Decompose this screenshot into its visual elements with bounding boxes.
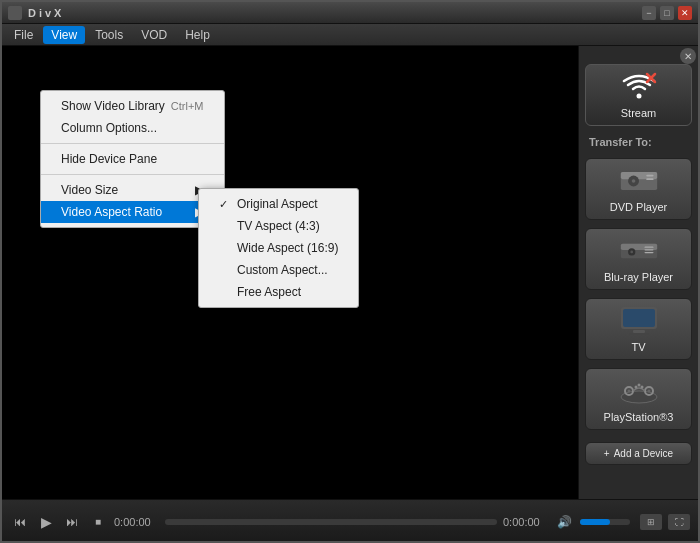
menu-video-size[interactable]: Video Size ▶ [41,179,224,201]
svg-point-26 [637,384,640,387]
ps3-label: PlayStation®3 [604,411,674,423]
aspect-tv[interactable]: TV Aspect (4:3) [199,215,358,237]
minimize-button[interactable]: − [642,6,656,20]
svg-rect-18 [633,330,645,333]
menu-column-options[interactable]: Column Options... [41,117,224,139]
view-dropdown-menu: Show Video Library Ctrl+M Column Options… [40,90,225,228]
wifi-icon [621,72,657,102]
view-normal-button[interactable]: ⊞ [640,514,662,530]
aspect-free[interactable]: Free Aspect [199,281,358,303]
menu-video-aspect-ratio[interactable]: Video Aspect Ratio ▶ [41,201,224,223]
svg-point-8 [631,179,635,183]
svg-rect-5 [646,175,653,177]
progress-bar[interactable] [165,519,497,525]
original-check: ✓ [219,198,231,211]
ps3-button[interactable]: PlayStation®3 [585,368,692,430]
next-button[interactable]: ⏭ [62,512,82,532]
play-button[interactable]: ▶ [36,512,56,532]
column-options-label: Column Options... [61,121,157,135]
bluray-icon [619,241,659,261]
view-fullscreen-button[interactable]: ⛶ [668,514,690,530]
wide-aspect-label: Wide Aspect (16:9) [237,241,338,255]
show-video-library-label: Show Video Library [61,99,165,113]
add-device-button[interactable]: + Add a Device [585,442,692,465]
tv-button[interactable]: TV [585,298,692,360]
menu-file[interactable]: File [6,26,41,44]
add-device-label: Add a Device [614,448,673,459]
hide-device-pane-label: Hide Device Pane [61,152,157,166]
controls-bar: ⏮ ▶ ⏭ ■ 0:00:00 0:00:00 🔊 ⊞ ⛶ [2,499,698,543]
volume-bar[interactable] [580,519,630,525]
video-aspect-ratio-label: Video Aspect Ratio [61,205,162,219]
svg-rect-17 [623,309,655,327]
video-area: DIVX. Show Video Library Ctrl+M Column O… [2,46,578,499]
menu-view[interactable]: View [43,26,85,44]
dvd-icon-area [619,165,659,197]
svg-rect-13 [644,252,653,253]
prev-button[interactable]: ⏮ [10,512,30,532]
separator-2 [41,174,224,175]
stream-icon-area [619,71,659,103]
volume-fill [580,519,610,525]
window-controls: − □ ✕ [642,6,692,20]
svg-point-0 [636,94,641,99]
menu-vod[interactable]: VOD [133,26,175,44]
app-icon [8,6,22,20]
aspect-ratio-submenu: ✓ Original Aspect TV Aspect (4:3) Wide A… [198,188,359,308]
time-current: 0:00:00 [114,516,159,528]
svg-point-27 [640,386,643,389]
separator-1 [41,143,224,144]
menu-help[interactable]: Help [177,26,218,44]
svg-rect-11 [644,246,653,247]
menubar: File View Tools VOD Help [2,24,698,46]
menu-show-video-library[interactable]: Show Video Library Ctrl+M [41,95,224,117]
bluray-label: Blu-ray Player [604,271,673,283]
tv-aspect-label: TV Aspect (4:3) [237,219,320,233]
dvd-label: DVD Player [610,201,667,213]
ps3-icon [619,377,659,405]
tv-icon [619,305,659,337]
video-size-label: Video Size [61,183,118,197]
bluray-icon-area [619,235,659,267]
tv-label: TV [631,341,645,353]
svg-rect-6 [646,178,653,180]
aspect-custom[interactable]: Custom Aspect... [199,259,358,281]
maximize-button[interactable]: □ [660,6,674,20]
stream-label: Stream [621,107,656,119]
svg-point-25 [634,386,637,389]
menu-hide-device-pane[interactable]: Hide Device Pane [41,148,224,170]
dvd-player-button[interactable]: DVD Player [585,158,692,220]
svg-point-23 [627,390,630,393]
stop-button[interactable]: ■ [88,512,108,532]
volume-icon[interactable]: 🔊 [554,512,574,532]
svg-point-15 [630,251,633,254]
titlebar: DivX − □ ✕ [2,2,698,24]
svg-point-24 [647,390,650,393]
svg-rect-19 [629,333,649,335]
main-area: DIVX. Show Video Library Ctrl+M Column O… [2,46,698,499]
aspect-original[interactable]: ✓ Original Aspect [199,193,358,215]
free-aspect-label: Free Aspect [237,285,301,299]
bluray-player-button[interactable]: Blu-ray Player [585,228,692,290]
ps3-icon-area [619,375,659,407]
show-video-library-shortcut: Ctrl+M [171,100,204,112]
original-aspect-label: Original Aspect [237,197,318,211]
titlebar-title: DivX [28,7,64,19]
custom-aspect-label: Custom Aspect... [237,263,328,277]
dvd-icon [619,167,659,195]
close-button[interactable]: ✕ [678,6,692,20]
aspect-wide[interactable]: Wide Aspect (16:9) [199,237,358,259]
transfer-label: Transfer To: [585,134,692,150]
add-device-icon: + [604,448,610,459]
svg-rect-12 [644,249,653,250]
stream-button[interactable]: Stream [585,64,692,126]
tv-icon-area [619,305,659,337]
menu-tools[interactable]: Tools [87,26,131,44]
time-total: 0:00:00 [503,516,548,528]
sidebar: ✕ Stream Transfer To: [578,46,698,499]
sidebar-close-button[interactable]: ✕ [680,48,696,64]
